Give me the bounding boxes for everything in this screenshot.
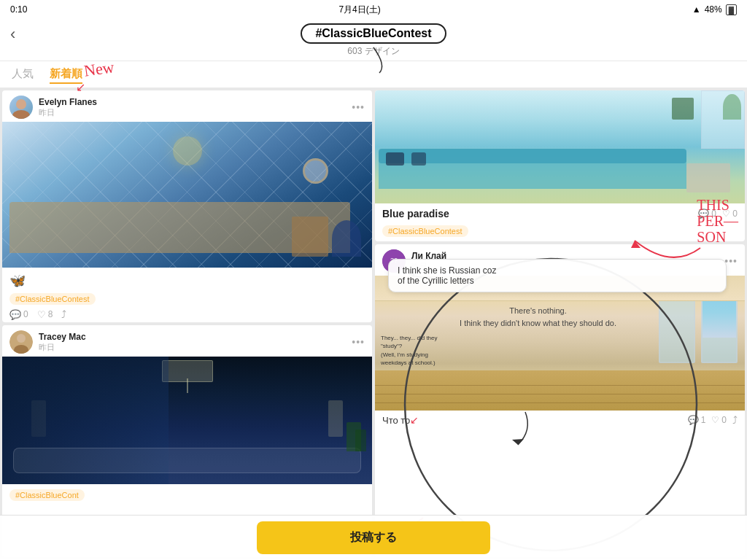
post-header-tracey: Tracey Mac 昨日 •••	[2, 325, 372, 357]
li-klai-image: There's nothing. I think they didn't kno…	[375, 276, 745, 411]
back-button[interactable]: ‹	[10, 25, 15, 44]
submit-button[interactable]: 投稿する	[257, 521, 490, 554]
post-header-evelyn: Evelyn Flanes 昨日 •••	[2, 90, 372, 122]
tracey-name: Tracey Mac	[39, 332, 86, 342]
tracey-post-image	[2, 357, 372, 484]
tab-popular[interactable]: 人気	[12, 67, 34, 84]
svg-point-0	[16, 99, 26, 109]
blueparadise-title: Blue paradise	[382, 208, 449, 219]
evelyn-name: Evelyn Flanes	[39, 97, 97, 107]
evelyn-like-btn[interactable]: ♡ 8	[37, 309, 53, 320]
what-arrow: ↙	[410, 414, 419, 426]
header-subtitle: 603 デザイン	[347, 45, 399, 58]
svg-point-1	[12, 110, 30, 119]
tracey-footer: #ClassicBlueCont	[2, 484, 372, 507]
post-card-blueparadise: Blue paradise 💬 0 ♡ 0 #ClassicBlueContes…	[375, 90, 745, 241]
evelyn-footer: 🦋 #ClassicBlueContest 💬 0 ♡ 8 ⤴	[2, 268, 372, 322]
blueparadise-tag: #ClassicBlueContest	[382, 225, 468, 237]
tracey-tag: #ClassicBlueCont	[9, 489, 85, 501]
header: ‹ #ClassicBlueContest 603 デザイン	[0, 19, 747, 61]
post-user-evelyn: Evelyn Flanes 昨日	[9, 96, 97, 119]
li-like-btn[interactable]: ♡ 0	[711, 415, 727, 425]
tracey-time: 昨日	[39, 342, 86, 353]
evelyn-share-btn[interactable]: ⤴	[61, 308, 66, 320]
status-time: 0:10	[10, 4, 27, 15]
evelyn-like-count: 8	[48, 309, 53, 319]
bp-like-btn[interactable]: ♡ 0	[722, 209, 738, 219]
wifi-icon: ▲	[692, 4, 701, 15]
blueparadise-image	[375, 90, 745, 203]
evelyn-tag: #ClassicBlueContest	[9, 293, 96, 305]
comment-icon: 💬	[9, 309, 21, 320]
li-klai-footer: Что то ↙ 💬 1 ♡ 0 ⤴	[375, 411, 745, 430]
evelyn-butterfly-icon: 🦋	[9, 273, 365, 289]
avatar-evelyn	[9, 96, 33, 119]
tabs-bar: 人気 新着順	[0, 61, 747, 88]
evelyn-actions: 💬 0 ♡ 8 ⤴	[9, 308, 365, 320]
battery-text: 48%	[705, 4, 722, 15]
status-bar: 0:10 7月4日(土) ▲ 48% ▓	[0, 0, 747, 19]
blueparadise-title-area: Blue paradise 💬 0 ♡ 0	[375, 203, 745, 222]
content-grid: Evelyn Flanes 昨日 •••	[0, 88, 747, 559]
heart-icon: ♡	[37, 309, 46, 320]
left-column: Evelyn Flanes 昨日 •••	[0, 88, 374, 559]
li-comment-btn[interactable]: 💬 1	[688, 415, 706, 425]
battery-icon: ▓	[726, 4, 737, 15]
header-hashtag-title: #ClassicBlueContest	[301, 23, 446, 44]
status-right: ▲ 48% ▓	[692, 4, 737, 15]
post-user-tracey: Tracey Mac 昨日	[9, 330, 86, 354]
evelyn-more-btn[interactable]: •••	[352, 101, 365, 113]
post-card-evelyn: Evelyn Flanes 昨日 •••	[2, 90, 372, 322]
evelyn-post-image	[2, 122, 372, 268]
tab-newest[interactable]: 新着順	[50, 67, 82, 84]
svg-point-3	[17, 334, 26, 343]
li-share-btn[interactable]: ⤴	[732, 414, 738, 426]
blueparadise-actions: 💬 0 ♡ 0	[698, 209, 738, 219]
avatar-tracey	[9, 330, 33, 354]
right-column: Blue paradise 💬 0 ♡ 0 #ClassicBlueContes…	[374, 88, 747, 559]
what-text: Что то	[382, 415, 410, 426]
bp-comment-btn[interactable]: 💬 0	[698, 209, 716, 219]
submit-bar: 投稿する	[0, 515, 747, 560]
status-date: 7月4日(土)	[338, 4, 380, 16]
evelyn-comment-btn[interactable]: 💬 0	[9, 309, 28, 320]
evelyn-time: 昨日	[39, 107, 97, 118]
tracey-more-btn[interactable]: •••	[352, 336, 365, 348]
evelyn-comment-count: 0	[23, 309, 28, 319]
russian-comment-bubble: I think she is Russian cozof the Cyrilli…	[388, 259, 727, 292]
